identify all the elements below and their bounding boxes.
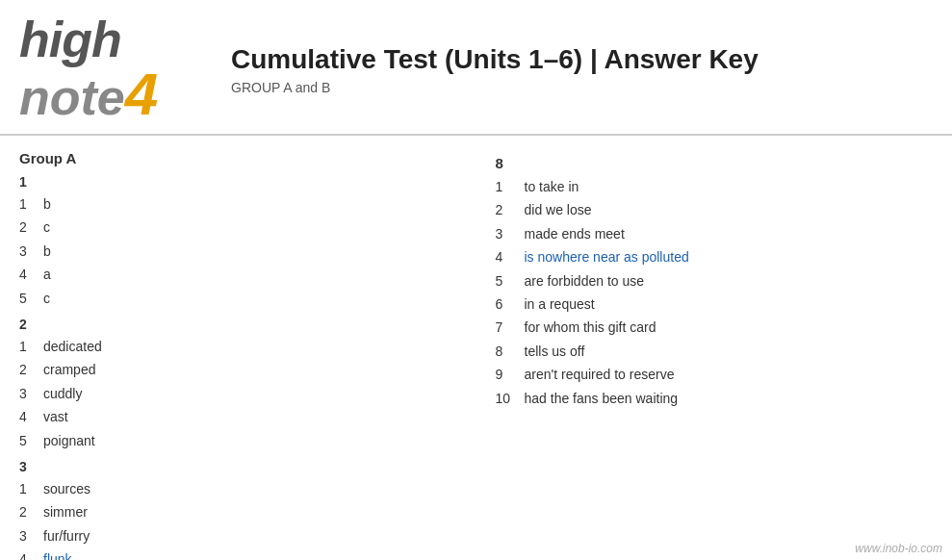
list-item: 1 sources — [19, 478, 457, 499]
answer-number: 1 — [496, 176, 525, 197]
answer-number: 2 — [19, 216, 43, 238]
list-item: 4 a — [19, 264, 457, 285]
answer-value: c — [43, 288, 50, 309]
answer-value: did we lose — [525, 199, 592, 220]
list-item: 5 c — [19, 288, 457, 309]
list-item: 3 fur/furry — [19, 525, 457, 547]
list-item: 3 cuddly — [19, 383, 457, 404]
answer-number: 2 — [496, 199, 525, 220]
answer-number: 7 — [496, 317, 525, 338]
section-1-header: 1 — [19, 174, 457, 190]
answer-value: a — [43, 264, 51, 285]
answer-number: 8 — [496, 341, 525, 362]
left-column: Group A 1 1 b 2 c 3 b 4 a 5 c 2 1 dedica… — [19, 150, 476, 560]
list-item: 10 had the fans been waiting — [496, 388, 934, 409]
page-header: high note 4 Cumulative Test (Units 1–6) … — [0, 0, 952, 136]
answer-number: 5 — [19, 430, 43, 451]
answer-value: simmer — [43, 501, 88, 522]
list-item: 4 vast — [19, 406, 457, 427]
answer-value: b — [43, 241, 51, 262]
answer-value: cuddly — [43, 383, 82, 404]
list-item: 1 b — [19, 193, 457, 215]
answer-number: 3 — [496, 223, 525, 244]
answer-value: poignant — [43, 430, 95, 451]
section-2-header: 2 — [19, 317, 457, 332]
answer-value: for whom this gift card — [525, 317, 656, 338]
list-item: 2 did we lose — [496, 199, 934, 220]
answer-number: 1 — [19, 478, 43, 499]
answer-number: 4 — [19, 548, 43, 560]
answer-value: vast — [43, 406, 68, 427]
answer-value: flunk — [43, 548, 72, 560]
list-item: 1 dedicated — [19, 336, 457, 357]
footer-watermark: www.inob-io.com — [855, 542, 942, 555]
logo-high: high — [19, 14, 121, 64]
answer-value: c — [43, 216, 50, 238]
list-item: 8 tells us off — [496, 341, 934, 362]
logo-number: 4 — [125, 64, 158, 124]
list-item: 6 in a request — [496, 293, 934, 315]
list-item: 1 to take in — [496, 176, 934, 197]
answer-number: 3 — [19, 241, 43, 262]
answer-value: fur/furry — [43, 525, 90, 547]
list-item: 7 for whom this gift card — [496, 317, 934, 338]
answer-number: 2 — [19, 501, 43, 522]
answer-number: 9 — [496, 364, 525, 385]
answer-number: 4 — [19, 264, 43, 285]
answer-value: b — [43, 193, 51, 215]
answer-value: dedicated — [43, 336, 102, 357]
list-item: 2 cramped — [19, 359, 457, 380]
subtitle: GROUP A and B — [231, 80, 933, 95]
list-item: 4 is nowhere near as polluted — [496, 246, 934, 267]
answer-number: 1 — [19, 336, 43, 357]
answer-number: 5 — [19, 288, 43, 309]
answer-value: tells us off — [525, 341, 585, 362]
answer-value: to take in — [525, 176, 579, 197]
answer-number: 5 — [496, 270, 525, 292]
answer-value: had the fans been waiting — [525, 388, 679, 409]
list-item: 5 poignant — [19, 430, 457, 451]
answer-value: is nowhere near as polluted — [525, 246, 689, 267]
list-item: 3 made ends meet — [496, 223, 934, 244]
section-3-header: 3 — [19, 459, 457, 474]
answer-value: aren't required to reserve — [525, 364, 675, 385]
answer-number: 4 — [19, 406, 43, 427]
logo-note: note — [19, 72, 125, 122]
list-item: 2 c — [19, 216, 457, 238]
answer-value: made ends meet — [525, 223, 625, 244]
answer-number: 2 — [19, 359, 43, 380]
answer-value: sources — [43, 478, 90, 499]
answer-value: in a request — [525, 293, 595, 315]
header-text: Cumulative Test (Units 1–6) | Answer Key… — [212, 44, 933, 95]
right-column: 8 1 to take in 2 did we lose 3 made ends… — [476, 150, 934, 560]
list-item: 9 aren't required to reserve — [496, 364, 934, 385]
answer-number: 6 — [496, 293, 525, 315]
answer-number: 4 — [496, 246, 525, 267]
answer-number: 3 — [19, 525, 43, 547]
list-item: 2 simmer — [19, 501, 457, 522]
right-section-number: 8 — [496, 155, 934, 171]
list-item: 3 b — [19, 241, 457, 262]
main-title: Cumulative Test (Units 1–6) | Answer Key — [231, 44, 933, 75]
list-item: 5 are forbidden to use — [496, 270, 934, 292]
content-area: Group A 1 1 b 2 c 3 b 4 a 5 c 2 1 dedica… — [0, 136, 952, 560]
list-item: 4 flunk — [19, 548, 457, 560]
answer-number: 3 — [19, 383, 43, 404]
answer-value: are forbidden to use — [525, 270, 645, 292]
answer-number: 1 — [19, 193, 43, 215]
logo: high note 4 — [19, 14, 212, 124]
group-a-label: Group A — [19, 150, 457, 166]
answer-number: 10 — [496, 388, 525, 409]
answer-value: cramped — [43, 359, 95, 380]
